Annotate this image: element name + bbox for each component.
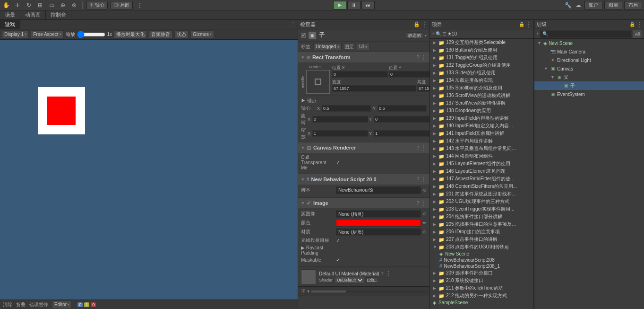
snap-icon[interactable]: ⋮ <box>136 1 144 9</box>
cloud-icon[interactable]: ☁ <box>574 1 583 9</box>
hierarchy-menu[interactable]: ⋮ <box>636 21 642 28</box>
pivot-x-input[interactable] <box>322 105 371 112</box>
hierarchy-item-eventsystem[interactable]: ▣ EventSystem <box>534 90 644 98</box>
list-item[interactable]: ▶ 📁 148 ContentSizeFitters的常见用... <box>430 183 533 190</box>
list-item[interactable]: ▶ 📁 137 ScrollView的新特性讲解 <box>430 99 533 107</box>
rect-tool-icon[interactable]: ▭ <box>47 1 56 9</box>
list-item[interactable]: ▼ 📁 208 点击事件的UGUI相传Bug <box>430 243 533 251</box>
editor-selector[interactable]: Editor ▾ <box>52 300 72 309</box>
hierarchy-add-icon[interactable]: + <box>536 31 539 36</box>
list-item[interactable]: ▶ 📁 135 Scrollbar的介绍及使用 <box>430 84 533 92</box>
color-edit-btn[interactable]: ✏ <box>423 221 427 225</box>
list-item[interactable]: ▶ 📁 206 IDrop接口的注意事项 <box>430 228 533 236</box>
list-item[interactable]: ◈ New Scene <box>430 251 533 257</box>
rot-x-input[interactable] <box>312 116 368 123</box>
lock-icon[interactable]: 🔒 <box>413 21 420 28</box>
layer-btn[interactable]: 图层 <box>604 1 622 9</box>
pos-y-input[interactable] <box>389 71 429 78</box>
anchor-box[interactable] <box>306 70 330 94</box>
pos-x-input[interactable] <box>332 71 388 78</box>
cull-checkbox[interactable]: ✓ <box>336 159 340 166</box>
project-menu[interactable]: ⋮ <box>526 21 532 28</box>
list-item[interactable]: # NewBehaviourScript208 <box>430 257 533 263</box>
tab-scene[interactable]: 场景 <box>0 10 20 20</box>
material-menu[interactable]: ⋮ <box>386 270 391 277</box>
play-button[interactable]: ▶ <box>333 1 346 9</box>
pivot-y-input[interactable] <box>378 105 427 112</box>
list-item[interactable]: ▶ 📁 132 ToggleGroup的介绍及使用 <box>430 62 533 69</box>
image-menu[interactable]: ⋮ <box>421 200 427 206</box>
image-help[interactable]: ? <box>416 201 419 206</box>
list-item[interactable]: ▶ 📁 134 加载进度条的实现 <box>430 77 533 84</box>
list-item[interactable]: ▶ 📁 207 点击事件接口的讲解 <box>430 236 533 243</box>
filter-icon[interactable]: ☰ <box>442 31 447 36</box>
list-item[interactable]: ▶ 📁 201 简述事件系统及图形射线和... <box>430 190 533 198</box>
list-item[interactable]: ▶ 📁 210 系统按键接口 <box>430 277 533 284</box>
hierarchy-lock[interactable]: 🔒 <box>629 22 635 27</box>
list-item[interactable]: ▶ 📁 212 拖动的另外一种实现方式 <box>430 292 533 300</box>
hand-tool-icon[interactable]: ✋ <box>2 1 10 9</box>
clear-btn[interactable]: 清除 <box>3 301 12 308</box>
list-item[interactable]: ▶ 📁 129 交互组件基类Selectable <box>430 39 533 46</box>
list-item[interactable]: ▶ 📁 204 拖拽事件接口部分讲解 <box>430 213 533 221</box>
hierarchy-item-child[interactable]: ▣ 子 <box>534 81 644 90</box>
aspect-selector[interactable]: Free Aspect ▾ <box>31 30 63 39</box>
list-item[interactable]: ▶ 📁 211 参数中的clickTime的坑 <box>430 284 533 292</box>
shader-selector[interactable]: UI/Default <box>335 277 364 283</box>
list-item[interactable]: ▶ 📁 147 AspectRatioFitter组件的使... <box>430 175 533 183</box>
rect-transform-header[interactable]: ▼ ⊞ Rect Transform ? ⋮ <box>298 52 429 62</box>
anchor-foldout[interactable]: ▶ 锚点 <box>301 97 427 104</box>
list-item[interactable]: ▶ 📁 209 选择事件部分接口 <box>430 269 533 277</box>
list-item[interactable]: ▶ 📁 133 Slider的介绍及使用 <box>430 69 533 77</box>
image-header[interactable]: ▼ ✓ Image ? ⋮ <box>298 198 429 208</box>
rect-help[interactable]: ? <box>416 55 419 60</box>
new-behaviour-header[interactable]: ▼ # New Behaviour Script 20 0 ? ⋮ <box>298 174 429 185</box>
active-toggle[interactable]: ✓ <box>301 33 306 38</box>
tab-game[interactable]: 遊戏 <box>0 20 20 29</box>
tag-selector[interactable]: Untagged ▾ <box>313 43 342 50</box>
canvas-help[interactable]: ? <box>416 145 419 150</box>
search-icon[interactable]: 🔍 <box>436 31 441 36</box>
hierarchy-item-canvas[interactable]: ▼ ▣ Canvas <box>534 64 644 73</box>
static-dropdown[interactable]: 静态的 ▾ <box>406 32 427 39</box>
custom-tool-icon[interactable]: ⊗ <box>70 1 78 9</box>
behaviour-menu[interactable]: ⋮ <box>421 176 427 183</box>
list-item[interactable]: ▶ 📁 140 InputField自定义输入内容... <box>430 122 533 130</box>
list-item[interactable]: ▶ 📁 138 Dropdown的应用 <box>430 107 533 115</box>
list-item[interactable]: ▶ 📁 136 ScrollView的运动模式讲解 <box>430 92 533 99</box>
list-item[interactable]: ▶ 📁 203 EventTrigger实现事件调用... <box>430 205 533 213</box>
maximize-btn[interactable]: 播放时最大化 <box>114 30 147 39</box>
rect-menu[interactable]: ⋮ <box>421 54 427 61</box>
hierarchy-item-maincamera[interactable]: 📷 Main Camera <box>534 47 644 56</box>
hierarchy-search-input[interactable] <box>540 30 632 38</box>
hierarchy-item-newscene[interactable]: ▼ ◈ New Scene <box>534 39 644 47</box>
hierarchy-all-btn[interactable]: All <box>633 30 642 38</box>
project-lock[interactable]: 🔒 <box>519 22 524 27</box>
list-item[interactable]: # NewBehaviourScript208_1 <box>430 263 533 269</box>
canvas-renderer-header[interactable]: ▼ 🖼 Canvas Renderer ? ⋮ <box>298 142 429 153</box>
scale-tool-icon[interactable]: ⊞ <box>36 1 44 9</box>
pause-button[interactable]: ⏸ <box>347 1 361 9</box>
collab-icon[interactable]: 🔧 <box>564 1 572 9</box>
list-item[interactable]: ▶ 📁 202 UGUI实现事件的三种方式 <box>430 198 533 205</box>
shader-edit-btn[interactable]: Edit... <box>366 277 378 283</box>
hierarchy-item-parent[interactable]: ▼ ▣ 父 <box>534 73 644 81</box>
material-dot-btn[interactable]: ⊙ <box>423 230 427 234</box>
list-item[interactable]: ▶ 📁 139 InputField内容类型的讲解 <box>430 115 533 122</box>
state-btn[interactable]: 状态 <box>174 30 189 39</box>
step-button[interactable]: ⏭ <box>361 1 375 9</box>
account-btn[interactable]: 账户 <box>584 1 602 9</box>
raycast-checkbox[interactable]: ✓ <box>336 238 340 244</box>
gizmos-btn[interactable]: Gizmos ▾ <box>190 30 214 39</box>
list-item[interactable]: ▶ 📁 205 拖拽事件接口的注意事项及... <box>430 221 533 228</box>
rot-y-input[interactable] <box>374 116 429 123</box>
list-item[interactable]: ▶ 📁 130 Button的介绍及使用 <box>430 46 533 54</box>
width-input[interactable] <box>332 85 416 92</box>
script-dot-btn[interactable]: ⊙ <box>423 188 427 193</box>
image-active-toggle[interactable]: ✓ <box>307 201 311 205</box>
source-dot-btn[interactable]: ⊙ <box>423 212 427 216</box>
list-item[interactable]: ▶ 📁 144 网格自动布局组件 <box>430 152 533 160</box>
pivot-btn[interactable]: ✛ 轴心 <box>86 1 108 9</box>
scale-x-input[interactable] <box>312 130 368 137</box>
tab-animation[interactable]: 动画画 <box>20 10 46 20</box>
